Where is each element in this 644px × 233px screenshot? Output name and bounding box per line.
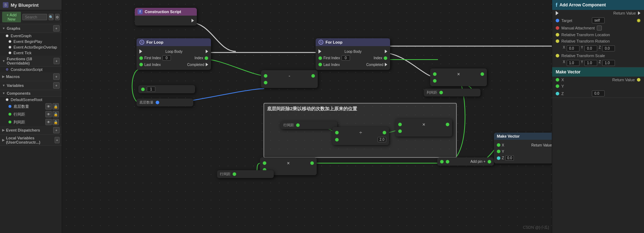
make-vector-x-pin[interactable] [497, 143, 500, 147]
divide-value-box[interactable]: 2.0 [378, 137, 386, 142]
subtract-1-out[interactable] [311, 74, 315, 78]
floor-count-lock-icon[interactable]: 🔒 [52, 103, 59, 110]
col-spacing-lock-icon[interactable]: 🔒 [52, 119, 59, 125]
for-loop-2-node[interactable]: ↻ For Loop Loop Body First Index 0 Index [316, 38, 390, 70]
value-1-box[interactable]: 1 [147, 87, 155, 92]
make-vector-panel-z-value[interactable]: 0.0 [592, 90, 605, 96]
add-arrow-scale-z[interactable]: 1.0 [602, 60, 615, 66]
row-spacing-node-2[interactable]: 行间距 [217, 170, 256, 178]
sidebar-item-defaultsceneroot[interactable]: DefaultSceneRoot [0, 97, 62, 102]
multiply-1-in1[interactable] [433, 72, 437, 76]
add-arrow-scale-y[interactable]: 1.0 [584, 60, 597, 66]
row-spacing-eye-icon[interactable]: 👁 [45, 111, 52, 117]
multiply-inner-in2[interactable] [398, 129, 402, 133]
for-loop-2-index-pin[interactable] [384, 56, 387, 60]
divide-out[interactable] [383, 131, 386, 134]
add-macro-button[interactable]: + [53, 73, 60, 80]
for-loop-1-index-pin[interactable] [205, 56, 208, 60]
multiply-inner-in1[interactable] [398, 123, 402, 126]
add-dispatcher-button[interactable]: + [53, 127, 60, 133]
subtract-node-1[interactable]: - [261, 70, 289, 88]
make-vector-node[interactable]: Make Vector X Return Value Y [494, 133, 552, 163]
add-pin-label[interactable]: Add pin + [470, 160, 485, 163]
add-pin-in2[interactable] [446, 160, 449, 163]
for-loop-1-loop-body-pin[interactable] [206, 50, 208, 53]
make-vector-panel-z-pin[interactable] [556, 92, 559, 95]
divide-node[interactable]: ÷ 2.0 [332, 127, 375, 145]
make-vector-z-pin[interactable] [497, 156, 500, 160]
add-pin-node[interactable]: Add pin + [437, 157, 480, 166]
add-arrow-manual-pin[interactable] [556, 26, 559, 30]
for-loop-1-exec-in[interactable] [139, 49, 142, 54]
add-arrow-exec-in[interactable] [556, 11, 559, 15]
add-graph-button[interactable]: + [53, 25, 60, 32]
multiply-bottom-in1[interactable] [263, 161, 266, 165]
floor-count-eye-icon[interactable]: 👁 [45, 103, 52, 110]
subtract-1-in2[interactable] [264, 81, 267, 84]
add-arrow-target-pin[interactable] [556, 19, 559, 22]
for-loop-2-last-index-pin[interactable] [318, 63, 322, 66]
add-arrow-rot-pin[interactable] [556, 39, 559, 43]
add-arrow-return-pin[interactable] [637, 19, 640, 22]
for-loop-1-node[interactable]: ↻ For Loop Loop Body First Index 0 Index [137, 38, 211, 70]
row-spacing-1-pin[interactable] [296, 123, 300, 127]
sidebar-item-col-spacing[interactable]: 列间距 👁 🔒 [0, 118, 62, 126]
for-loop-2-loop-body-pin[interactable] [385, 50, 387, 53]
floor-count-node[interactable]: 底层数量 [137, 99, 176, 106]
add-new-button[interactable]: + Add New [2, 12, 21, 22]
add-pin-in1[interactable] [440, 160, 444, 163]
row-spacing-2-pin[interactable] [233, 172, 236, 176]
for-loop-1-last-index-pin[interactable] [139, 63, 143, 66]
search-input[interactable] [22, 14, 47, 20]
add-arrow-scale-pin[interactable] [556, 54, 559, 57]
multiply-1-in2[interactable] [433, 79, 437, 83]
col-spacing-eye-icon[interactable]: 👁 [45, 119, 52, 125]
row-spacing-lock-icon[interactable]: 🔒 [52, 111, 59, 117]
add-arrow-rot-y[interactable]: 0.0 [584, 45, 597, 51]
sidebar-item-floor-count[interactable]: 底层数量 👁 🔒 [0, 102, 62, 110]
add-arrow-loc-pin[interactable] [556, 33, 559, 37]
divide-in1[interactable] [335, 131, 339, 134]
construction-script-exec-out[interactable] [191, 19, 194, 22]
add-arrow-target-value[interactable]: self [592, 17, 605, 23]
sidebar-item-eventtick[interactable]: Event Tick [0, 50, 62, 56]
add-function-button[interactable]: + [54, 58, 60, 64]
for-loop-1-first-index-pin[interactable] [139, 56, 143, 60]
add-variable-button[interactable]: + [53, 82, 60, 89]
sidebar-item-beginplay[interactable]: Event BeginPlay [0, 39, 62, 44]
for-loop-2-first-index-value[interactable]: 0 [342, 55, 350, 61]
multiply-node-inner[interactable]: × [395, 119, 424, 137]
for-loop-2-first-index-pin[interactable] [318, 56, 322, 60]
make-vector-y-pin[interactable] [497, 150, 500, 153]
blueprint-canvas[interactable]: f Construction Script ↻ For Loop Loop Bo… [62, 0, 552, 233]
sidebar-item-row-spacing[interactable]: 行间距 👁 🔒 [0, 110, 62, 118]
add-arrow-rot-z[interactable]: 0.0 [602, 45, 615, 51]
search-icon[interactable]: 🔍 [49, 14, 54, 20]
value-1-pin[interactable] [141, 88, 145, 91]
for-loop-1-first-index-value[interactable]: 0 [162, 55, 171, 61]
subtract-1-in1[interactable] [264, 74, 267, 78]
add-arrow-manual-checkbox[interactable] [597, 26, 602, 30]
row-spacing-node-1[interactable]: 行间距 [281, 121, 320, 129]
make-vector-z-value[interactable]: 0.0 [505, 155, 514, 161]
for-loop-1-completed-pin[interactable] [206, 63, 208, 66]
col-spacing-pin[interactable] [439, 91, 443, 94]
multiply-node-1[interactable]: × [430, 68, 459, 86]
add-arrow-scale-x[interactable]: 1.0 [567, 60, 579, 66]
divide-in2[interactable] [335, 138, 339, 142]
add-local-var-button[interactable]: + [55, 137, 60, 143]
add-arrow-exec-out[interactable] [638, 11, 640, 15]
for-loop-2-completed-pin[interactable] [385, 63, 387, 66]
make-vector-panel-x-pin[interactable] [556, 78, 559, 82]
multiply-bottom-out[interactable] [310, 161, 314, 165]
make-vector-panel-y-pin[interactable] [556, 84, 559, 88]
sidebar-item-constructionscript[interactable]: ⚙ ConstructionScript [0, 67, 62, 72]
value-1-node[interactable]: 1 [138, 85, 174, 93]
col-spacing-node[interactable]: 列间距 [424, 89, 463, 96]
multiply-inner-out[interactable] [446, 123, 449, 126]
settings-icon[interactable]: ⚙ [55, 14, 60, 20]
for-loop-2-exec-in[interactable] [318, 49, 321, 54]
floor-count-pin[interactable] [156, 101, 159, 104]
construction-script-node[interactable]: f Construction Script [135, 8, 197, 26]
sidebar-item-eventgraph[interactable]: EventGraph [0, 33, 62, 39]
